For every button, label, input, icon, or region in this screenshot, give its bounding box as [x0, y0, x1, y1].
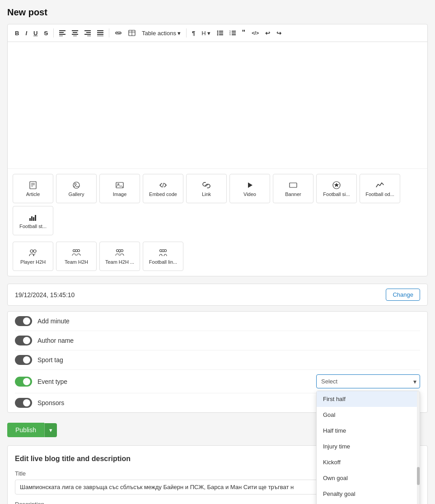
- insert-football-od-button[interactable]: Football od...: [360, 174, 400, 203]
- svg-marker-43: [334, 183, 339, 187]
- scrollbar-track: [417, 391, 420, 504]
- dropdown-item-kickoff[interactable]: Kickoff: [317, 454, 420, 470]
- dropdown-item-own-goal[interactable]: Own goal: [317, 470, 420, 486]
- dropdown-item-half-time[interactable]: Half time: [317, 423, 420, 439]
- add-minute-toggle[interactable]: [15, 316, 32, 326]
- italic-button[interactable]: I: [23, 28, 30, 38]
- table-actions-dropdown[interactable]: Table actions ▾: [139, 28, 183, 38]
- code-button[interactable]: </>: [249, 28, 262, 37]
- editor-content-area[interactable]: [8, 42, 427, 168]
- event-type-dropdown: First half Goal Half time Injury time Ki…: [316, 391, 420, 504]
- event-type-select-container: Select ▾ First half Goal Half time Injur…: [316, 374, 420, 388]
- football-st-icon: [28, 213, 37, 222]
- svg-rect-30: [232, 34, 236, 35]
- dropdown-arrow-icon: ▾: [178, 30, 181, 37]
- align-center-button[interactable]: [69, 28, 81, 38]
- svg-point-36: [75, 183, 76, 185]
- table-button[interactable]: [126, 28, 138, 38]
- svg-point-35: [73, 182, 80, 188]
- toolbar-divider-2: [109, 28, 109, 37]
- editor-toolbar: B I U S Table a: [8, 24, 427, 42]
- link-button[interactable]: [112, 28, 125, 38]
- blockquote-button[interactable]: ": [239, 27, 248, 39]
- svg-rect-0: [59, 30, 65, 31]
- svg-point-53: [117, 249, 119, 252]
- embed-icon: [159, 181, 168, 190]
- svg-line-39: [163, 183, 164, 187]
- dropdown-item-goal[interactable]: Goal: [317, 407, 420, 423]
- strikethrough-button[interactable]: S: [41, 28, 51, 38]
- date-row: 19/12/2024, 15:45:10 Change: [7, 284, 428, 306]
- insert-football-si-button[interactable]: Football si...: [316, 174, 357, 203]
- svg-rect-7: [73, 36, 77, 36]
- svg-point-49: [33, 250, 36, 252]
- align-justify-button[interactable]: [94, 28, 106, 38]
- football-od-btn-label: Football od...: [365, 191, 394, 197]
- svg-rect-1: [59, 32, 64, 33]
- underline-button[interactable]: U: [31, 28, 40, 38]
- add-minute-label: Add minute: [37, 317, 70, 325]
- align-left-button[interactable]: [56, 28, 68, 38]
- publish-dropdown-button[interactable]: ▾: [44, 423, 57, 437]
- bullet-list-button[interactable]: [214, 28, 226, 38]
- paragraph-button[interactable]: ¶: [189, 28, 198, 38]
- undo-button[interactable]: ↩: [262, 28, 273, 38]
- sponsors-toggle[interactable]: [15, 398, 32, 408]
- add-minute-row: Add minute: [15, 312, 420, 331]
- insert-link-button[interactable]: Link: [186, 174, 227, 203]
- football-si-btn-label: Football si...: [323, 191, 350, 197]
- insert-team-h2h-button[interactable]: Team H2H: [56, 242, 97, 271]
- dropdown-item-first-half[interactable]: First half: [317, 391, 420, 407]
- dropdown-item-penalty-miss[interactable]: Penalty miss: [317, 502, 420, 504]
- svg-rect-12: [97, 30, 103, 31]
- ordered-list-button[interactable]: 1.2.3.: [227, 28, 239, 38]
- svg-rect-8: [84, 30, 91, 31]
- event-type-select[interactable]: Select: [316, 374, 420, 388]
- insert-buttons-row2: Player H2H Team H2H Team H2H ... Footbal…: [8, 240, 427, 276]
- svg-rect-3: [59, 36, 63, 36]
- embed-btn-label: Embed code: [149, 191, 177, 197]
- insert-embed-button[interactable]: Embed code: [143, 174, 183, 203]
- heading-dropdown[interactable]: H ▾: [199, 28, 213, 38]
- publish-button[interactable]: Publish: [7, 423, 44, 437]
- gallery-icon: [72, 181, 81, 190]
- redo-button[interactable]: ↪: [274, 28, 284, 38]
- football-st-btn-label: Football st...: [19, 224, 47, 229]
- bold-button[interactable]: B: [12, 28, 22, 38]
- svg-point-21: [217, 33, 218, 34]
- article-icon: [28, 181, 37, 190]
- football-lin-btn-label: Football lin...: [149, 259, 177, 265]
- author-name-toggle[interactable]: [15, 336, 32, 345]
- insert-gallery-button[interactable]: Gallery: [56, 174, 97, 203]
- sport-tag-toggle[interactable]: [15, 355, 32, 365]
- insert-team-h2h2-button[interactable]: Team H2H ...: [99, 242, 140, 271]
- svg-point-55: [121, 249, 123, 252]
- insert-image-button[interactable]: Image: [99, 174, 140, 203]
- video-icon: [245, 181, 254, 190]
- svg-rect-24: [219, 34, 223, 35]
- insert-player-h2h-button[interactable]: Player H2H: [13, 242, 53, 271]
- dropdown-item-penalty-goal[interactable]: Penalty goal: [317, 486, 420, 502]
- insert-football-lin-button[interactable]: Football lin...: [143, 242, 183, 271]
- scrollbar-thumb[interactable]: [417, 467, 420, 485]
- align-right-button[interactable]: [82, 28, 94, 38]
- svg-rect-4: [72, 30, 78, 31]
- svg-rect-44: [29, 218, 31, 221]
- dropdown-item-injury-time[interactable]: Injury time: [317, 439, 420, 454]
- change-date-button[interactable]: Change: [386, 289, 420, 301]
- insert-video-button[interactable]: Video: [229, 174, 270, 203]
- sport-tag-label: Sport tag: [37, 356, 63, 364]
- svg-rect-47: [35, 215, 36, 221]
- svg-rect-46: [33, 217, 34, 221]
- football-lin-icon: [159, 248, 168, 257]
- team-h2h2-icon: [115, 248, 124, 257]
- insert-article-button[interactable]: Article: [13, 174, 53, 203]
- team-h2h2-btn-label: Team H2H ...: [105, 259, 134, 265]
- event-type-toggle[interactable]: [15, 377, 32, 387]
- insert-football-st-button[interactable]: Football st...: [13, 206, 53, 235]
- insert-banner-button[interactable]: Banner: [273, 174, 313, 203]
- svg-rect-9: [86, 32, 91, 33]
- toolbar-divider-1: [53, 28, 54, 37]
- football-od-icon: [375, 181, 384, 190]
- player-h2h-icon: [28, 248, 37, 257]
